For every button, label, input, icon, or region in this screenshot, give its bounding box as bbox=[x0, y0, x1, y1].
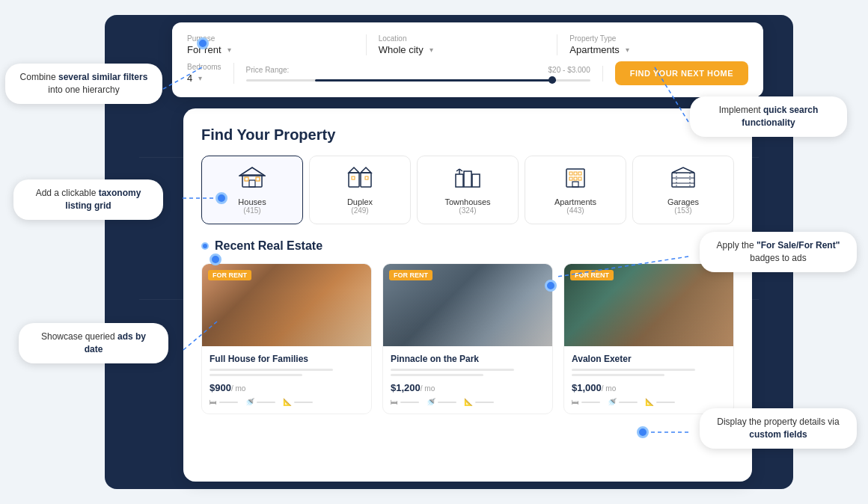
property-info-1: Pinnacle on the Park $1,200/ mo 🛏 🚿 📐 bbox=[383, 346, 552, 414]
type-name-1: Duplex bbox=[316, 197, 404, 206]
for-rent-badge-1: For Rent bbox=[389, 270, 433, 280]
connector-dot-fields bbox=[637, 426, 649, 438]
property-image-2: For Rent bbox=[564, 264, 733, 346]
svg-rect-25 bbox=[574, 172, 577, 175]
svg-rect-9 bbox=[245, 177, 248, 181]
type-name-3: Apartments bbox=[531, 197, 620, 206]
meta-area-1: 📐 bbox=[464, 398, 494, 406]
svg-rect-10 bbox=[256, 177, 260, 181]
property-card-2[interactable]: For Rent Avalon Exeter $1,000/ mo 🛏 🚿 📐 bbox=[563, 263, 734, 414]
type-card-houses[interactable]: Houses (415) bbox=[201, 156, 303, 224]
purpose-field[interactable]: Purpose For rent bbox=[187, 34, 367, 55]
bedrooms-value: 4 bbox=[187, 73, 221, 84]
connector-dot-taxonomy bbox=[216, 192, 227, 204]
svg-rect-17 bbox=[456, 174, 463, 187]
connector-dot-badge bbox=[545, 280, 557, 292]
property-line-1-0 bbox=[210, 369, 333, 371]
svg-rect-29 bbox=[578, 177, 581, 180]
svg-rect-19 bbox=[472, 174, 480, 187]
property-card-0[interactable]: For Rent Full House for Families $900/ m… bbox=[201, 263, 372, 414]
slider-thumb bbox=[548, 76, 556, 84]
recent-section-title: Recent Real Estate bbox=[201, 239, 734, 253]
type-icon-duplex bbox=[316, 165, 404, 193]
svg-marker-14 bbox=[361, 168, 371, 173]
type-card-duplex[interactable]: Duplex (249) bbox=[309, 156, 411, 224]
property-type-field[interactable]: Property Type Apartments bbox=[557, 34, 748, 55]
meta-bed-1: 🛏 bbox=[391, 398, 419, 406]
svg-rect-31 bbox=[672, 173, 694, 187]
price-range-field[interactable]: Price Range: $20 - $3.000 bbox=[234, 66, 603, 82]
bedrooms-label: Bedrooms bbox=[187, 63, 221, 71]
svg-rect-27 bbox=[569, 177, 572, 180]
property-name-2: Avalon Exeter bbox=[572, 354, 726, 364]
meta-bath-0: 🚿 bbox=[245, 398, 275, 406]
find-button-wrapper: FIND YOUR NEXT HOME bbox=[603, 61, 748, 85]
type-count-1: (249) bbox=[316, 206, 404, 215]
svg-rect-30 bbox=[572, 182, 578, 187]
svg-rect-16 bbox=[365, 176, 368, 179]
svg-rect-28 bbox=[574, 177, 577, 180]
type-count-4: (153) bbox=[639, 206, 727, 215]
property-line-1-1 bbox=[391, 369, 514, 371]
price-range-value: $20 - $3.000 bbox=[548, 66, 590, 74]
type-count-3: (443) bbox=[531, 206, 620, 215]
property-line-2-0 bbox=[210, 374, 302, 376]
type-card-apartments[interactable]: Apartments (443) bbox=[525, 156, 626, 224]
location-value: Whole city bbox=[379, 44, 545, 55]
type-icon-garages bbox=[639, 165, 727, 193]
property-type-grid: Houses (415) Duplex (249) Townhouses (32… bbox=[201, 156, 734, 224]
type-icon-houses bbox=[208, 165, 296, 193]
type-card-townhouses[interactable]: Townhouses (324) bbox=[417, 156, 519, 224]
property-info-0: Full House for Families $900/ mo 🛏 🚿 📐 bbox=[202, 346, 371, 414]
property-meta-0: 🛏 🚿 📐 bbox=[210, 398, 364, 406]
type-name-4: Garages bbox=[639, 197, 727, 206]
find-button[interactable]: FIND YOUR NEXT HOME bbox=[615, 61, 748, 85]
location-field[interactable]: Location Whole city bbox=[367, 34, 558, 55]
property-info-2: Avalon Exeter $1,000/ mo 🛏 🚿 📐 bbox=[564, 346, 733, 414]
svg-rect-24 bbox=[569, 172, 572, 175]
type-count-0: (415) bbox=[208, 206, 296, 215]
find-property-title: Find Your Property bbox=[201, 126, 734, 144]
property-name-0: Full House for Families bbox=[210, 354, 364, 364]
type-icon-apartments bbox=[531, 165, 620, 193]
property-price-2: $1,000/ mo bbox=[572, 382, 726, 393]
property-line-1-2 bbox=[572, 369, 695, 371]
annotation-combine-filters: Combine several similar filters into one… bbox=[5, 64, 162, 104]
location-label: Location bbox=[379, 34, 545, 43]
property-meta-2: 🛏 🚿 📐 bbox=[572, 398, 726, 406]
meta-area-0: 📐 bbox=[283, 398, 313, 406]
for-rent-badge-0: For Rent bbox=[208, 270, 251, 280]
svg-marker-13 bbox=[349, 168, 359, 173]
property-meta-1: 🛏 🚿 📐 bbox=[391, 398, 545, 406]
property-image-1: For Rent bbox=[383, 264, 552, 346]
svg-rect-8 bbox=[249, 180, 255, 187]
property-name-1: Pinnacle on the Park bbox=[391, 354, 545, 364]
meta-area-2: 📐 bbox=[645, 398, 675, 406]
meta-bath-1: 🚿 bbox=[427, 398, 456, 406]
property-grid: For Rent Full House for Families $900/ m… bbox=[201, 263, 734, 414]
property-line-2-2 bbox=[572, 374, 664, 376]
type-name-2: Townhouses bbox=[424, 197, 512, 206]
meta-bed-0: 🛏 bbox=[210, 398, 238, 406]
for-rent-badge-2: For Rent bbox=[570, 270, 614, 280]
slider-fill bbox=[315, 79, 556, 82]
svg-rect-26 bbox=[578, 172, 581, 175]
svg-rect-18 bbox=[464, 171, 471, 187]
price-slider[interactable] bbox=[246, 79, 590, 82]
price-range-label: Price Range: bbox=[246, 66, 290, 74]
main-card: Find Your Property Houses (415) Duplex (… bbox=[183, 108, 752, 482]
type-card-garages[interactable]: Garages (153) bbox=[632, 156, 734, 224]
img-overlay-0 bbox=[202, 289, 371, 346]
annotation-custom-fields: Display the property details via custom … bbox=[700, 408, 857, 449]
property-type-label: Property Type bbox=[569, 34, 736, 43]
purpose-label: Purpose bbox=[187, 34, 354, 43]
img-overlay-2 bbox=[564, 289, 733, 346]
annotation-taxonomy-grid: Add a clickable taxonomy listing grid bbox=[13, 179, 163, 220]
property-type-value: Apartments bbox=[569, 44, 736, 55]
svg-rect-15 bbox=[352, 176, 355, 179]
annotation-showcase-ads: Showcase queried ads by date bbox=[19, 323, 168, 363]
property-card-1[interactable]: For Rent Pinnacle on the Park $1,200/ mo… bbox=[382, 263, 553, 414]
property-price-0: $900/ mo bbox=[210, 382, 364, 393]
bedrooms-field[interactable]: Bedrooms 4 bbox=[187, 63, 234, 84]
type-count-2: (324) bbox=[424, 206, 512, 215]
